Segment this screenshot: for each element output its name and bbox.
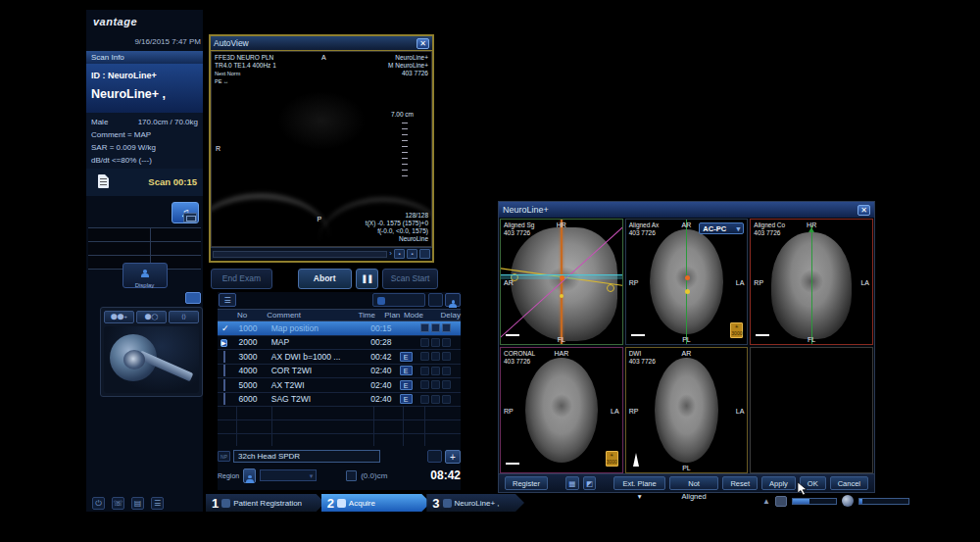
patient-id-box: ID : NeuroLine+ NeuroLine+ ,	[86, 64, 203, 113]
end-exam-button[interactable]: End Exam	[211, 269, 272, 289]
disk-usage-bar	[792, 498, 837, 505]
display-button[interactable]: Display	[122, 263, 168, 288]
queue-row-active[interactable]: ✓ 1000 Map position 00:15	[218, 321, 461, 336]
tab-neuroline[interactable]: 3 NeuroLine+ ,	[426, 494, 524, 512]
region-person-icon[interactable]	[243, 468, 256, 483]
list-icon-button[interactable]: ▦	[565, 476, 579, 490]
plan-badge[interactable]: E	[400, 366, 413, 375]
abort-button[interactable]: Abort	[298, 269, 352, 289]
cine-button-1[interactable]: ▪	[394, 249, 405, 259]
apply-button[interactable]: Apply	[761, 476, 796, 490]
autoview-close-icon[interactable]: ✕	[416, 38, 429, 49]
coil-button-1[interactable]: ⬤⬤+	[104, 311, 134, 323]
sar-line: SAR = 0.009 W/kg	[91, 143, 198, 152]
col-no: No	[235, 310, 267, 320]
scout-image	[277, 91, 366, 150]
acpc-dropdown[interactable]: AC-PC▾	[699, 222, 744, 234]
scan-status-box: Scan 00:15	[86, 169, 203, 196]
power-icon[interactable]: ⏻	[92, 497, 105, 510]
queue-row[interactable]: 3000 AX DWI b=1000 ... 00:42 E	[218, 350, 461, 365]
cine-button-3[interactable]	[419, 249, 430, 259]
queue-wide-button[interactable]	[372, 293, 425, 307]
phone-icon[interactable]: ☏	[112, 497, 124, 510]
reset-button[interactable]: Reset	[722, 476, 758, 490]
queue-row[interactable]: 4000 COR T2WI 02:40 E	[218, 365, 461, 379]
workflow-taskbar: 1 Patient Registration 2 Acquire 3 Neuro…	[206, 494, 524, 512]
pause-button[interactable]: ❚❚	[356, 269, 379, 289]
region-row: Region ▾ (0.0)cm 08:42	[218, 467, 461, 484]
tab-acquire[interactable]: 2 Acquire	[321, 494, 431, 512]
filter-icon[interactable]: ☰	[219, 293, 236, 307]
scale-bar	[631, 334, 645, 336]
coil-dim-button[interactable]	[427, 450, 442, 463]
brain-image	[525, 358, 598, 463]
queue-row[interactable]: ▶ 2000 MAP 00:28	[218, 336, 461, 351]
scroll-right-icon[interactable]: ›	[389, 249, 392, 259]
mouse-cursor	[798, 482, 808, 496]
monitor-icon[interactable]	[185, 292, 201, 304]
grid-icon[interactable]	[183, 213, 197, 222]
region-label: Region	[218, 472, 239, 479]
queue-small-button[interactable]	[428, 293, 443, 307]
region-dropdown[interactable]: ▾	[260, 469, 317, 481]
offset-checkbox[interactable]	[346, 470, 357, 481]
autoview-titlebar[interactable]: AutoView ✕	[211, 36, 432, 51]
plan-badge[interactable]: E	[400, 380, 413, 390]
ext-plane-button[interactable]: Ext. Plane ▾	[613, 476, 664, 490]
coil-button-2[interactable]: ⬤◯	[136, 311, 167, 323]
viewport-aligned-sg[interactable]: Aligned Sg 403 7726 HR AR FL	[500, 219, 623, 345]
coil-field[interactable]: 32ch Head SPDR	[233, 450, 380, 463]
cancel-button[interactable]: Cancel	[830, 476, 868, 490]
add-button[interactable]: +	[445, 450, 461, 464]
diagonal-arrow-button[interactable]: ◩	[583, 476, 597, 490]
neuroline-button-bar: Register ▦ ◩ Ext. Plane ▾ Not Aligned Re…	[499, 473, 874, 492]
register-button[interactable]: Register	[505, 476, 548, 490]
list-icon[interactable]: ☰	[151, 497, 164, 510]
col-mode: Mode	[404, 310, 441, 320]
plan-badge[interactable]: E	[400, 394, 413, 404]
queue-person-button[interactable]	[445, 293, 461, 307]
document-icon	[98, 174, 109, 188]
tab-patient-registration[interactable]: 1 Patient Registration	[206, 494, 325, 512]
autoview-scrollbar[interactable]: › ▪ ▪	[211, 247, 432, 260]
total-scan-time: 08:42	[430, 468, 461, 482]
overlay-bottom-right: 128/128 t(X) -0. 1575 (1575)+0 f(-0.0, <…	[366, 212, 428, 243]
viewport-empty[interactable]	[750, 347, 873, 473]
coil-row: NP 32ch Head SPDR +	[218, 448, 461, 465]
layout-icon[interactable]: ▤	[131, 497, 144, 510]
scan-start-button[interactable]: Scan Start	[382, 269, 438, 289]
neuroline-close-icon[interactable]: ✕	[858, 205, 870, 216]
check-icon: ✓	[218, 323, 229, 333]
coil-button-3[interactable]: ⟨⟩	[169, 311, 199, 323]
patient-info-panel: vantage 9/16/2015 7:47 PM Scan Info ID :…	[86, 10, 203, 512]
viewport-label: Aligned Ax 403 7726	[629, 222, 660, 237]
scanner-bore	[123, 350, 145, 370]
queue-toolbar: ☰	[218, 292, 461, 309]
autoview-title: AutoView	[214, 38, 416, 48]
scrollbar-track[interactable]	[213, 251, 387, 258]
caret-down-icon: ▾	[638, 492, 642, 501]
queue-row[interactable]: 6000 SAG T2WI 02:40 E	[218, 393, 461, 408]
acquire-icon	[337, 499, 346, 508]
neuroline-icon	[443, 499, 452, 508]
datetime: 9/16/2015 7:47 PM	[134, 37, 201, 46]
gantry-image	[104, 326, 199, 393]
neuroline-window: NeuroLine+ ✕ Aligned Sg 403 7726 HR	[498, 201, 875, 493]
orientation-a: A	[321, 54, 326, 61]
plan-badge[interactable]: E	[400, 352, 413, 362]
viewport-dwi[interactable]: DWI 403 7726 AR RP LA PL	[625, 347, 749, 473]
disk-icon	[775, 496, 787, 507]
viewport-aligned-co[interactable]: Aligned Co 403 7726 HR RP LA FL	[750, 219, 873, 345]
autoview-image[interactable]: FFE3D NEURO PLN TR4.0 TE1.4 400Hz 1 Next…	[211, 51, 432, 247]
cine-button-2[interactable]: ▪	[407, 249, 417, 259]
eject-icon[interactable]: ▲	[762, 497, 770, 506]
storage-indicators: ▲	[762, 495, 909, 507]
viewport-aligned-ax[interactable]: Aligned Ax 403 7726 AR RP LA PL AC-PC▾ ☀…	[625, 219, 749, 345]
scan-timer: Scan 00:15	[148, 176, 197, 187]
network-usage-bar	[858, 498, 909, 505]
queue-row[interactable]: 5000 AX T2WI 02:40 E	[218, 378, 461, 393]
neuroline-titlebar[interactable]: NeuroLine+ ✕	[499, 202, 874, 218]
not-aligned-button[interactable]: Not Aligned	[669, 476, 719, 490]
viewport-coronal[interactable]: CORONAL 403 7726 HAR RP LA ☀3000	[500, 347, 623, 473]
viewport-label: DWI 403 7726	[629, 350, 656, 366]
